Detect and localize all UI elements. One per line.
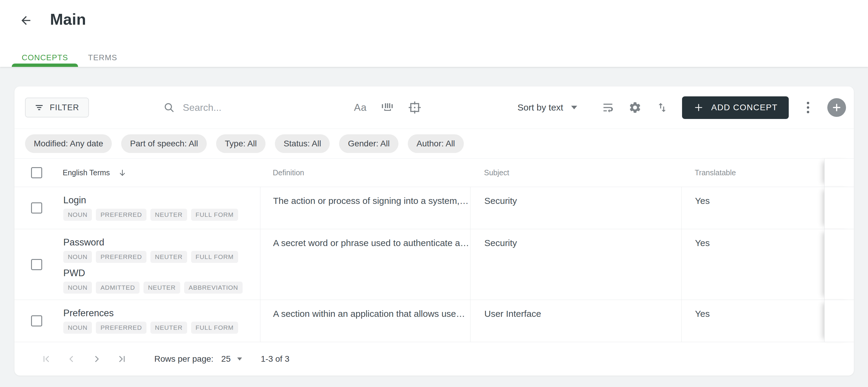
plus-circle-icon: [831, 102, 842, 113]
row-checkbox[interactable]: [31, 315, 42, 326]
swap-vertical-icon[interactable]: [656, 101, 668, 114]
term-tag-badge: PREFERRED: [96, 209, 147, 221]
rows-per-page-value: 25: [221, 354, 230, 364]
table-body: LoginNOUNPREFERREDNEUTERFULL FORMThe act…: [14, 187, 854, 342]
tab-concepts[interactable]: CONCEPTS: [12, 48, 78, 67]
row-checkbox-cell: [14, 187, 63, 229]
plus-icon: [693, 102, 704, 113]
table-row[interactable]: PreferencesNOUNPREFERREDNEUTERFULL FORMA…: [14, 300, 854, 342]
term-tag-badge: FULL FORM: [191, 209, 238, 221]
term-tag-badge: NEUTER: [150, 209, 187, 221]
rows-per-page-caret-icon: [237, 357, 242, 360]
pinned-column-spacer: [824, 229, 854, 300]
term-tag-row: NOUNPREFERREDNEUTERFULL FORM: [63, 251, 254, 263]
row-checkbox[interactable]: [31, 259, 42, 270]
page-header: Main CONCEPTS TERMS: [0, 0, 868, 67]
filter-chip[interactable]: Gender: All: [339, 134, 398, 153]
settings-gear-icon[interactable]: [628, 101, 642, 114]
table-header: English Terms Definition Subject Transla…: [14, 159, 854, 187]
last-page-button[interactable]: [117, 354, 127, 364]
content-area: FILTER Aa: [0, 67, 868, 376]
term-name: PWD: [63, 267, 254, 279]
term-tag-row: NOUNPREFERREDNEUTERFULL FORM: [63, 322, 254, 334]
row-translatable-cell: Yes: [681, 229, 824, 300]
pinned-column-spacer: [824, 300, 854, 342]
first-page-button[interactable]: [41, 354, 51, 364]
column-header-label: Subject: [484, 168, 509, 177]
pagination-bar: Rows per page: 25 1-3 of 3: [14, 342, 854, 376]
concepts-card: FILTER Aa: [14, 87, 854, 376]
row-terms-cell: PasswordNOUNPREFERREDNEUTERFULL FORMPWDN…: [63, 229, 260, 300]
column-header-english-terms[interactable]: English Terms: [63, 159, 260, 187]
toolbar-right: Sort by text ADD CONCEPT: [518, 96, 846, 119]
filter-chip[interactable]: Status: All: [275, 134, 330, 153]
search-icon: [163, 101, 175, 114]
term-group: PWDNOUNADMITTEDNEUTERABBREVIATION: [63, 267, 254, 294]
rows-per-page-label: Rows per page:: [154, 354, 213, 364]
column-header-label: Translatable: [695, 168, 736, 177]
term-tag-badge: ABBREVIATION: [184, 282, 243, 294]
term-tag-badge: PREFERRED: [96, 251, 147, 263]
toolbar: FILTER Aa: [14, 87, 854, 129]
term-tag-badge: FULL FORM: [191, 322, 238, 334]
tab-bar: CONCEPTS TERMS: [12, 48, 127, 67]
page-title: Main: [50, 10, 86, 28]
pinned-column-spacer: [824, 187, 854, 229]
filter-lines-icon: [35, 103, 44, 112]
table-row[interactable]: LoginNOUNPREFERREDNEUTERFULL FORMThe act…: [14, 187, 854, 229]
filter-chip[interactable]: Type: All: [216, 134, 266, 153]
select-all-checkbox[interactable]: [31, 167, 42, 178]
term-group: PreferencesNOUNPREFERREDNEUTERFULL FORM: [63, 307, 254, 334]
row-checkbox[interactable]: [31, 202, 42, 214]
wrap-text-icon[interactable]: [601, 101, 615, 114]
filter-button[interactable]: FILTER: [25, 98, 89, 118]
term-tag-badge: NOUN: [63, 209, 92, 221]
sort-caret-icon[interactable]: [571, 106, 577, 109]
add-circle-button[interactable]: [827, 98, 846, 117]
row-translatable-cell: Yes: [681, 300, 824, 342]
exact-target-icon[interactable]: [408, 101, 422, 115]
sort-by-dropdown[interactable]: Sort by text: [518, 102, 563, 112]
whole-word-icon[interactable]: [381, 102, 394, 113]
row-subject-cell: Security: [470, 187, 681, 229]
page-range-label: 1-3 of 3: [261, 354, 289, 364]
column-header-label: English Terms: [63, 168, 110, 177]
term-tag-badge: NEUTER: [150, 251, 187, 263]
search-input[interactable]: [183, 102, 340, 113]
add-concept-label: ADD CONCEPT: [711, 103, 778, 112]
term-tag-badge: NEUTER: [150, 322, 187, 334]
row-definition-cell: The action or process of signing into a …: [260, 187, 470, 229]
row-checkbox-cell: [14, 300, 63, 342]
term-name: Preferences: [63, 307, 254, 319]
tab-terms-label: TERMS: [88, 53, 117, 62]
term-group: LoginNOUNPREFERREDNEUTERFULL FORM: [63, 194, 254, 221]
row-terms-cell: LoginNOUNPREFERREDNEUTERFULL FORM: [63, 187, 260, 229]
back-button[interactable]: [19, 13, 33, 28]
add-concept-button[interactable]: ADD CONCEPT: [682, 96, 789, 119]
term-tag-badge: NOUN: [63, 282, 92, 294]
search-option-icons: Aa: [354, 101, 422, 115]
more-vertical-icon[interactable]: [801, 99, 815, 116]
arrow-left-icon: [19, 14, 33, 27]
term-tag-row: NOUNADMITTEDNEUTERABBREVIATION: [63, 282, 254, 294]
term-tag-badge: PREFERRED: [96, 322, 147, 334]
filter-chip[interactable]: Modified: Any date: [25, 134, 112, 153]
term-tag-badge: NOUN: [63, 322, 92, 334]
column-header-subject[interactable]: Subject: [470, 159, 681, 187]
rows-per-page-select[interactable]: 25: [221, 354, 242, 364]
term-tag-badge: FULL FORM: [191, 251, 238, 263]
active-tab-indicator: [12, 64, 78, 67]
table-row[interactable]: PasswordNOUNPREFERREDNEUTERFULL FORMPWDN…: [14, 229, 854, 300]
next-page-button[interactable]: [92, 354, 102, 364]
tab-concepts-label: CONCEPTS: [22, 53, 68, 62]
row-subject-cell: Security: [470, 229, 681, 300]
term-name: Password: [63, 236, 254, 249]
match-case-icon[interactable]: Aa: [354, 102, 367, 113]
tab-terms[interactable]: TERMS: [78, 48, 127, 67]
previous-page-button[interactable]: [66, 354, 76, 364]
column-header-definition[interactable]: Definition: [260, 159, 470, 187]
row-subject-cell: User Interface: [470, 300, 681, 342]
filter-chip[interactable]: Author: All: [408, 134, 464, 153]
filter-chip[interactable]: Part of speech: All: [121, 134, 207, 153]
column-header-translatable[interactable]: Translatable: [681, 159, 824, 187]
